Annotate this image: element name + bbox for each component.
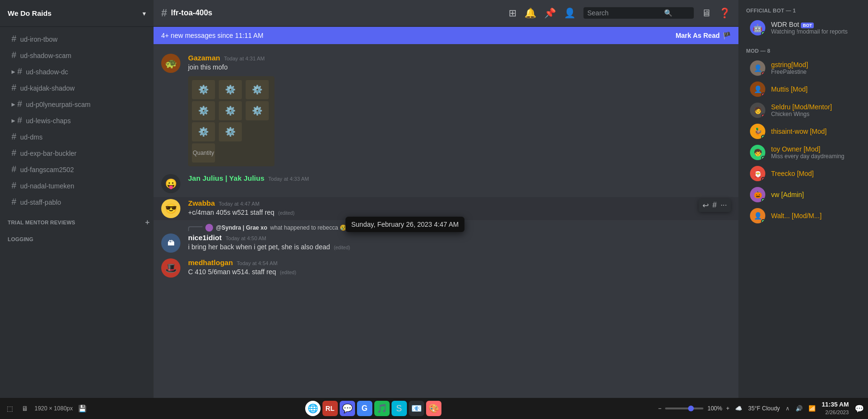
taskbar: ⬚ 🖥 1920 × 1080px 💾 🌐 RL 💬 G 🎵 S 📧 🎨 (0, 398, 868, 419)
add-channel-icon[interactable]: + (145, 218, 150, 227)
avatar: 🐢 (161, 54, 180, 73)
chevron-down-icon: ▾ (143, 10, 146, 17)
members-icon[interactable]: 👤 (564, 7, 576, 19)
taskbar-app-chrome[interactable]: 🌐 (305, 401, 321, 416)
grid-cell: Quantity (192, 143, 215, 163)
save-icon[interactable]: 💾 (77, 403, 88, 414)
zoom-out-icon[interactable]: − (658, 405, 661, 412)
section-label: LOGGING (8, 236, 33, 242)
taskbar-app-rl[interactable]: RL (322, 401, 338, 416)
taskbar-app-app5[interactable]: S (392, 401, 407, 416)
select-tool-icon[interactable]: ⬚ (4, 403, 15, 414)
taskbar-app-app6[interactable]: 📧 (409, 401, 424, 416)
banner-text: 4+ new messages since 11:11 AM (161, 32, 263, 39)
zoom-in-icon[interactable]: + (726, 405, 729, 412)
notification-icon[interactable]: 💬 (855, 404, 864, 413)
timestamp: Today at 4:50 AM (226, 235, 266, 241)
username[interactable]: nice1idiot (188, 233, 222, 242)
member-gstring[interactable]: 👤 gstring[Mod] FreePalestine (746, 58, 864, 79)
member-activity: FreePalestine (771, 69, 860, 75)
grid-cell: ⚙️ (219, 80, 242, 99)
sidebar-item-ud-fangscam2502[interactable]: # ud-fangscam2502 (4, 162, 150, 177)
section-logging[interactable]: LOGGING (0, 229, 154, 244)
grid-cell: ⚙️ (246, 101, 269, 120)
sidebar-item-ud-lewis-chaps[interactable]: ▶ # ud-lewis-chaps (4, 113, 150, 128)
status-indicator (761, 93, 765, 97)
sidebar-item-ud-polyneurpati[interactable]: ▶ # ud-p0lyneurpati-scam (4, 96, 150, 112)
bot-badge: BOT (801, 23, 814, 28)
threads-icon[interactable]: ⊞ (509, 7, 517, 19)
sidebar-item-ud-dms[interactable]: # ud-dms (4, 129, 150, 145)
message-text: join this mofo (188, 63, 731, 72)
member-treecko[interactable]: 🎅 Treecko [Mod] (746, 163, 864, 184)
member-walt[interactable]: 👤 Walt... [Mod/M...] (746, 205, 864, 226)
member-muttis[interactable]: 👤 Muttis [Mod] (746, 79, 864, 100)
member-wdr-bot[interactable]: 🤖 WDR BotBOT Watching !modmail for repor… (746, 17, 864, 38)
help-icon[interactable]: ❓ (719, 7, 731, 19)
clock-time: 11:35 AM (821, 401, 849, 409)
timestamp: Today at 4:33 AM (268, 176, 309, 182)
edited-label: (edited) (334, 245, 350, 250)
zoom-level: 100% (707, 405, 722, 412)
section-trial-mentor-reviews[interactable]: TRIAL MENTOR REVIEWS + (0, 210, 154, 229)
taskbar-app-app7[interactable]: 🎨 (426, 401, 441, 416)
window-icon[interactable]: 🖥 (19, 403, 31, 414)
taskbar-app-browser2[interactable]: G (357, 401, 372, 416)
member-toy-owner[interactable]: 🧒 toy Owner [Mod] Miss every day daydrea… (746, 142, 864, 163)
sidebar-item-ud-staff-pablo[interactable]: # ud-staff-pablo (4, 194, 150, 210)
chrome-icon: 🌐 (308, 403, 318, 414)
sidebar-item-ud-kajdak-shadow[interactable]: # ud-kajdak-shadow (4, 80, 150, 96)
hash-icon: # (12, 148, 16, 158)
sidebar-item-ud-exp-bar-buckler[interactable]: # ud-exp-bar-buckler (4, 145, 150, 161)
hash-icon: # (12, 50, 16, 60)
member-info: Treecko [Mod] (771, 170, 860, 177)
spotify-icon: 🎵 (377, 403, 387, 414)
taskbar-right: − 100% + ☁️ 35°F Cloudy ∧ 🔊 📶 11:35 AM 2… (658, 401, 864, 416)
username[interactable]: Jan Julius | Yak Julius (188, 174, 264, 182)
taskbar-app-discord[interactable]: 💬 (340, 401, 355, 416)
member-seldru[interactable]: 🧑 Seldru [Mod/Mentor] Chicken Wings (746, 100, 864, 121)
mark-as-read-button[interactable]: Mark As Read 🏴 (676, 32, 731, 39)
message-header: Zwabba Today at 4:47 AM (188, 199, 731, 207)
new-messages-banner[interactable]: 4+ new messages since 11:11 AM Mark As R… (154, 27, 738, 44)
taskbar-app-spotify[interactable]: 🎵 (374, 401, 390, 416)
inbox-icon[interactable]: 🖥 (702, 8, 711, 19)
search-box[interactable]: 🔍 (583, 7, 694, 19)
pin-icon[interactable]: 📌 (544, 7, 556, 19)
reply-icon[interactable]: ↩ (702, 201, 709, 210)
sidebar-item-ud-nadal-tumeken[interactable]: # ud-nadal-tumeken (4, 178, 150, 194)
add-reaction-icon[interactable]: # (713, 201, 717, 210)
taskbar-left: ⬚ 🖥 1920 × 1080px 💾 (4, 403, 88, 414)
message-group: 😛 Jan Julius | Yak Julius Today at 4:33 … (154, 172, 738, 195)
members-section-bot: OFFICIAL BOT — 1 🤖 WDR BotBOT Watching !… (738, 0, 868, 40)
username[interactable]: medhatlogan (188, 258, 233, 267)
member-info: toy Owner [Mod] Miss every day daydreami… (771, 145, 860, 160)
member-thisaint-wow[interactable]: 🦆 thisaint-wow [Mod] (746, 121, 864, 142)
member-info: gstring[Mod] FreePalestine (771, 61, 860, 75)
grid-cell: ⚙️ (192, 122, 215, 141)
server-header[interactable]: We Do Raids ▾ (0, 0, 154, 27)
message-group: 🎩 medhatlogan Today at 4:54 AM C 410 5/6… (154, 256, 738, 279)
member-avatar: 🤖 (750, 20, 765, 35)
member-vw[interactable]: 🎃 vw [Admin] (746, 184, 864, 205)
more-options-icon[interactable]: ··· (721, 201, 727, 210)
sidebar-item-ud-shadow-dc[interactable]: ▶ # ud-shadow-dc (4, 64, 150, 80)
channel-label: ud-shadow-scam (20, 52, 71, 59)
channel-label: ud-fangscam2502 (20, 166, 74, 174)
username[interactable]: Gazaman (188, 54, 220, 62)
hash-icon: # (17, 116, 22, 126)
member-avatar: 👤 (750, 81, 765, 97)
search-input[interactable] (587, 9, 664, 17)
hash-icon: # (12, 132, 16, 142)
zoom-bar: − 100% + (658, 405, 729, 412)
attachment: ⚙️ ⚙️ ⚙️ ⚙️ ⚙️ ⚙️ ⚙️ ⚙️ Quantity (188, 76, 274, 166)
sidebar-item-ud-iron-tbow[interactable]: # ud-iron-tbow (4, 31, 150, 47)
edited-label: (edited) (278, 210, 295, 216)
timestamp: Today at 4:31 AM (224, 56, 265, 61)
username[interactable]: Zwabba (188, 199, 215, 207)
messages-area[interactable]: 🐢 Gazaman Today at 4:31 AM join this mof… (154, 44, 738, 398)
notifications-icon[interactable]: 🔔 (524, 7, 536, 19)
zoom-slider[interactable] (665, 407, 703, 409)
volume-icon[interactable]: 🔊 (796, 405, 803, 412)
sidebar-item-ud-shadow-scam[interactable]: # ud-shadow-scam (4, 47, 150, 63)
